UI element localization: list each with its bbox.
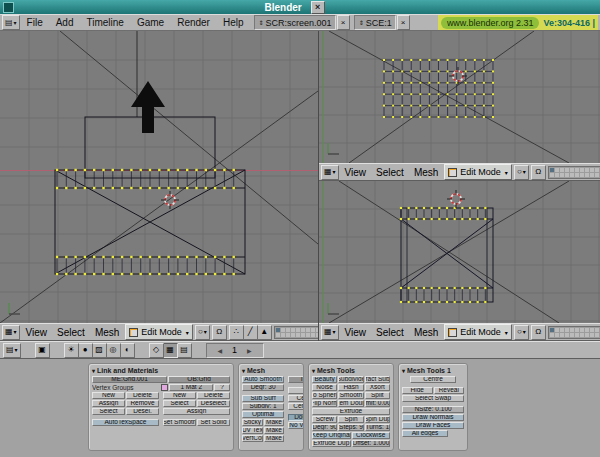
object-name-field[interactable]: OB:Grid	[168, 376, 230, 383]
material-new-button[interactable]: New	[163, 392, 196, 399]
offset-field[interactable]: Offset: 1.000	[352, 440, 391, 447]
layer-cell[interactable]	[565, 328, 569, 332]
spin-dup-button[interactable]: Spin Dup	[365, 416, 390, 423]
layer-cell[interactable]	[550, 328, 554, 332]
extrude-button[interactable]: Extrude	[312, 408, 390, 415]
select-menu[interactable]: Select	[372, 327, 408, 338]
view-menu[interactable]: View	[341, 167, 371, 178]
sticky-make-button[interactable]: Make	[264, 419, 285, 426]
layer-cell[interactable]	[585, 328, 589, 332]
layer-cell[interactable]	[296, 333, 300, 337]
set-solid-button[interactable]: Set Solid	[197, 419, 230, 426]
degr-field[interactable]: Degr: 90	[312, 424, 337, 431]
screw-button[interactable]: Screw	[312, 416, 337, 423]
mode-dropdown[interactable]: Edit Mode ▾	[444, 164, 512, 180]
turns-field[interactable]: Turns: 1	[365, 424, 390, 431]
layer-cell[interactable]	[575, 173, 579, 177]
layer-cell[interactable]	[550, 173, 554, 177]
mesh-menu[interactable]: Mesh	[410, 167, 442, 178]
material-context-button[interactable]: ●	[79, 343, 93, 358]
panel-collapse-icon[interactable]: ▾	[92, 367, 95, 374]
select-menu[interactable]: Select	[53, 327, 89, 338]
autotexspace-toggle[interactable]: AutoTexSpace	[92, 419, 159, 426]
layer-cell[interactable]	[580, 328, 584, 332]
material-assign-button[interactable]: Assign	[163, 408, 230, 415]
layer-cell[interactable]	[585, 173, 589, 177]
vertcol-make-button[interactable]: Make	[264, 435, 285, 442]
layer-cell[interactable]	[281, 328, 285, 332]
layer-cell[interactable]	[286, 333, 290, 337]
rem-doubles-button[interactable]: Rem Doubl	[338, 400, 363, 407]
layer-cell[interactable]	[570, 168, 574, 172]
hash-button[interactable]: Hash	[338, 384, 363, 391]
layer-cell[interactable]	[291, 328, 295, 332]
menu-render[interactable]: Render	[171, 15, 216, 30]
layer-cell[interactable]	[585, 168, 589, 172]
layer-cell[interactable]	[306, 328, 310, 332]
hide-button[interactable]: Hide	[402, 387, 433, 394]
limit-field[interactable]: Limit: 0.001	[365, 400, 390, 407]
smooth-button[interactable]: Smooth	[338, 392, 363, 399]
layer-cell[interactable]	[565, 173, 569, 177]
viewport-type-button[interactable]: ▦▾	[321, 165, 339, 180]
fract-subd-button[interactable]: Fract Subd	[365, 376, 390, 383]
layer-cell[interactable]	[550, 168, 554, 172]
vgroup-assign-button[interactable]: Assign	[92, 400, 125, 407]
layer-cell[interactable]	[570, 333, 574, 337]
layer-cell[interactable]	[590, 173, 594, 177]
layer-cell[interactable]	[555, 328, 559, 332]
scene-selector[interactable]: ⇕ SCE:1	[354, 15, 396, 30]
menu-add[interactable]: Add	[50, 15, 80, 30]
menu-game[interactable]: Game	[131, 15, 170, 30]
texture-context-button[interactable]: ▨	[93, 343, 107, 358]
viewport-left-canvas[interactable]	[0, 31, 318, 323]
layer-cell[interactable]	[311, 328, 315, 332]
centre-new-button[interactable]: Centre New	[288, 395, 304, 402]
layer-cell[interactable]	[276, 328, 280, 332]
close-icon[interactable]: ×	[311, 1, 325, 14]
dot-grid-icon-button[interactable]: ∴	[229, 325, 244, 340]
uvtex-make-button[interactable]: Make	[264, 427, 285, 434]
vgroup-deselect-button[interactable]: Desel.	[126, 408, 159, 415]
window-type-button[interactable]: ▤▾	[3, 343, 21, 358]
view-menu[interactable]: View	[341, 327, 371, 338]
menu-file[interactable]: File	[21, 15, 49, 30]
layer-cell[interactable]	[595, 328, 599, 332]
optimal-toggle[interactable]: Optimal	[242, 411, 284, 418]
layer-cell[interactable]	[560, 328, 564, 332]
layer-cell[interactable]	[555, 173, 559, 177]
vgroup-select-button[interactable]: Select	[92, 408, 125, 415]
xsort-button[interactable]: Xsort	[365, 384, 390, 391]
double-sided-toggle[interactable]: Double Sided	[288, 414, 304, 421]
titlebar[interactable]: Blender ×	[0, 0, 600, 14]
no-vnormal-flip-toggle[interactable]: No V.Normal Flip	[288, 422, 304, 429]
layer-cell[interactable]	[286, 328, 290, 332]
mode-dropdown[interactable]: Edit Mode ▾	[444, 324, 512, 340]
layer-cell[interactable]	[296, 328, 300, 332]
layers-widget[interactable]	[548, 326, 600, 339]
panels-align-button[interactable]: ▣	[35, 343, 50, 358]
scene-delete-icon[interactable]: ×	[397, 15, 410, 30]
material-delete-button[interactable]: Delete	[197, 392, 230, 399]
panel-collapse-icon[interactable]: ▾	[312, 367, 315, 374]
all-edges-toggle[interactable]: All edges	[402, 430, 448, 437]
viewport-top-right-canvas[interactable]	[319, 31, 600, 163]
vgroup-new-button[interactable]: New	[92, 392, 125, 399]
extrude-dup-button[interactable]: Extrude Dup	[312, 440, 351, 447]
set-smooth-button[interactable]: Set Smooth	[163, 419, 196, 426]
screen-delete-icon[interactable]: ×	[337, 15, 350, 30]
radiosity-context-button[interactable]: ◎	[107, 343, 121, 358]
beauty-toggle[interactable]: Beauty	[312, 376, 337, 383]
layer-cell[interactable]	[580, 168, 584, 172]
layer-cell[interactable]	[291, 333, 295, 337]
layer-cell[interactable]	[570, 328, 574, 332]
subdivide-button[interactable]: Subdivide	[338, 376, 363, 383]
material-index-field[interactable]: 1 Mat 2	[169, 384, 213, 391]
layer-cell[interactable]	[590, 168, 594, 172]
to-sphere-button[interactable]: To Sphere	[312, 392, 337, 399]
layer-cell[interactable]	[595, 168, 599, 172]
screen-selector[interactable]: ⇕ SCR:screen.001	[254, 15, 336, 30]
object-context-button[interactable]: ◇	[149, 343, 164, 358]
layer-cell[interactable]	[301, 328, 305, 332]
drawtype-dropdown[interactable]: ○▾	[195, 325, 210, 340]
